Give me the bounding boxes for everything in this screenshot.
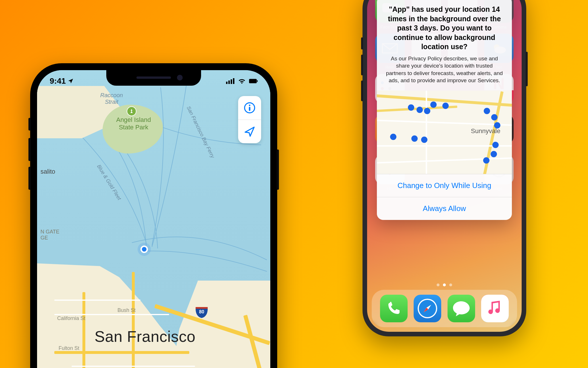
map-info-button[interactable]	[238, 96, 261, 120]
alert-option-change-while-using[interactable]: Change to Only While Using	[377, 174, 512, 197]
golden-gate-label: N GATE GE	[41, 229, 59, 241]
alert-description: As our Privacy Policy describes, we use …	[377, 55, 512, 91]
wifi-icon	[238, 78, 246, 84]
cellular-signal-icon	[226, 78, 235, 84]
alert-option-label: Always Allow	[423, 204, 466, 213]
svg-rect-8	[249, 107, 250, 111]
svg-rect-5	[257, 80, 258, 82]
map-view[interactable]: Angel Island State Park Raccoon Strait B…	[37, 70, 270, 368]
strait-label: Raccoon Strait	[100, 92, 123, 105]
dock	[372, 290, 517, 327]
phone-device-right: FaceTime Calendar Photos Camera Rem her …	[363, 0, 526, 336]
alert-option-always-allow[interactable]: Always Allow	[377, 197, 512, 220]
dock-music[interactable]	[481, 295, 509, 322]
alert-map-city-label: Sunnyvale	[471, 127, 500, 135]
street-fulton: Fulton St	[59, 345, 79, 351]
volume-up-button[interactable]	[28, 138, 31, 161]
svg-rect-4	[249, 79, 257, 83]
map-locate-button[interactable]	[238, 120, 261, 143]
street-california: California St	[57, 315, 85, 321]
current-location-dot	[140, 246, 148, 253]
park-pin-icon[interactable]	[127, 106, 136, 116]
svg-rect-3	[233, 78, 234, 84]
maps-app-screen: 9:41	[37, 70, 270, 368]
device-notch	[106, 70, 201, 86]
location-services-icon	[68, 78, 74, 84]
dock-messages[interactable]	[448, 295, 475, 322]
volume-down-button[interactable]	[28, 167, 31, 190]
map-controls	[238, 96, 261, 143]
dock-safari[interactable]	[414, 295, 441, 322]
interstate-number: 80	[199, 309, 204, 315]
interstate-shield: 80	[195, 305, 208, 319]
alert-location-history-map: Sunnyvale	[377, 91, 512, 174]
volume-up-button[interactable]	[361, 55, 363, 75]
svg-rect-0	[226, 82, 228, 84]
home-screen: FaceTime Calendar Photos Camera Rem her …	[367, 0, 522, 332]
status-time: 9:41	[50, 76, 66, 86]
svg-rect-2	[231, 79, 232, 84]
city-label-sausalito: salito	[41, 168, 55, 175]
info-icon	[244, 102, 256, 114]
alert-option-label: Change to Only While Using	[398, 181, 491, 190]
volume-down-button[interactable]	[361, 80, 363, 101]
phone-device-left: 9:41	[30, 63, 277, 368]
page-indicator[interactable]	[367, 283, 522, 286]
side-button[interactable]	[526, 52, 528, 86]
alert-title: "App" has used your location 14 times in…	[377, 0, 512, 55]
svg-point-7	[249, 105, 250, 106]
mute-switch[interactable]	[361, 37, 363, 49]
city-label-sf: San Francisco	[95, 327, 196, 345]
mute-switch[interactable]	[28, 118, 31, 131]
dock-phone[interactable]	[380, 295, 408, 322]
svg-rect-1	[228, 80, 230, 84]
location-permission-alert: "App" has used your location 14 times in…	[377, 0, 512, 220]
battery-icon	[249, 78, 258, 84]
side-button[interactable]	[277, 150, 279, 190]
park-label: Angel Island State Park	[108, 116, 159, 131]
street-bush: Bush St	[117, 307, 136, 313]
locate-arrow-icon	[244, 126, 256, 138]
